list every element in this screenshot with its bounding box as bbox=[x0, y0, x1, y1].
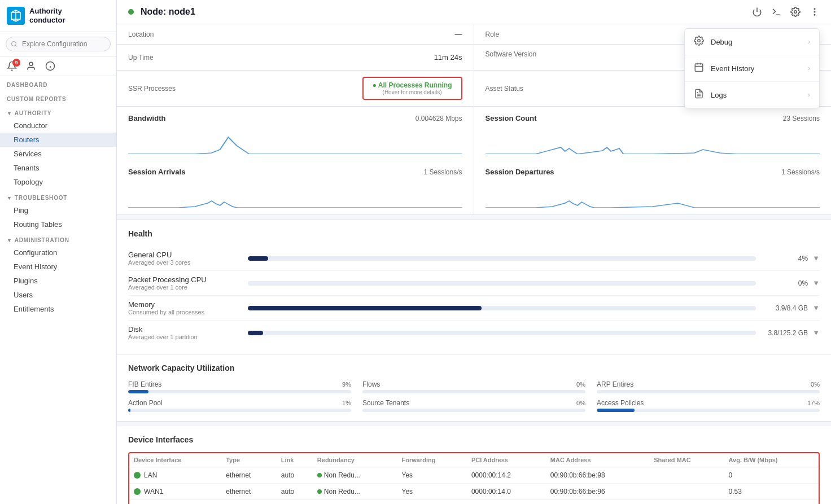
processes-label: SSR Processes bbox=[128, 85, 196, 93]
memory-expand[interactable]: ▼ bbox=[812, 304, 820, 312]
disk-expand[interactable]: ▼ bbox=[812, 328, 820, 337]
svg-point-9 bbox=[814, 11, 815, 12]
dropdown-debug[interactable]: Debug › bbox=[685, 29, 819, 55]
chart-bandwidth: Bandwidth 0.004628 Mbps bbox=[117, 107, 474, 161]
svg-point-1 bbox=[29, 62, 33, 65]
dev-lan-redundancy: Non Redu... bbox=[313, 467, 397, 484]
terminal-button[interactable] bbox=[771, 7, 781, 17]
notification-badge: 9 bbox=[12, 59, 20, 67]
bandwidth-header: Bandwidth 0.004628 Mbps bbox=[128, 114, 462, 122]
processes-cell: SSR Processes ● All Processes Running (H… bbox=[117, 71, 474, 107]
capacity-source-tenants: Source Tenants 0% bbox=[362, 399, 585, 412]
arp-bar-bg bbox=[597, 390, 820, 393]
action-pool-bar-bg bbox=[128, 409, 351, 412]
uptime-label: Up Time bbox=[128, 54, 196, 62]
location-label: Location bbox=[128, 30, 196, 38]
action-pool-pct: 1% bbox=[342, 400, 351, 406]
capacity-arp: ARP Entires 0% bbox=[597, 380, 820, 393]
notification-button[interactable]: 9 bbox=[7, 61, 17, 71]
authority-group[interactable]: ▼ AUTHORITY bbox=[0, 104, 116, 119]
packet-cpu-label: Packet Processing CPU Averaged over 1 co… bbox=[128, 275, 241, 291]
sidebar-item-event-history[interactable]: Event History bbox=[0, 260, 116, 274]
wan1-status-dot bbox=[134, 488, 141, 495]
svg-point-10 bbox=[814, 15, 815, 16]
table-row: WAN1 ethernet auto Non Redu... bbox=[129, 484, 819, 500]
sidebar-item-users[interactable]: Users bbox=[0, 288, 116, 302]
health-row-memory: Memory Consumed by all processes 3.9/8.4… bbox=[128, 296, 820, 321]
administration-group[interactable]: ▼ ADMINISTRATION bbox=[0, 231, 116, 246]
device-interfaces-highlight-box: Device Interface Type Link Redundancy Fo… bbox=[128, 452, 820, 504]
lan-status-dot bbox=[134, 472, 141, 479]
search-input[interactable] bbox=[6, 37, 111, 51]
dropdown-event-history[interactable]: Event History › bbox=[685, 55, 819, 82]
administration-caret: ▼ bbox=[7, 238, 12, 243]
more-button[interactable] bbox=[810, 7, 820, 17]
custom-reports-label: CUSTOM REPORTS bbox=[0, 90, 116, 104]
network-capacity-title: Network Capacity Utilization bbox=[128, 363, 820, 372]
troubleshoot-caret: ▼ bbox=[7, 195, 12, 201]
session-count-value: 23 Sessions bbox=[783, 115, 820, 122]
user-button[interactable] bbox=[26, 61, 36, 71]
memory-bar-container bbox=[248, 306, 756, 310]
disk-val: 3.8/125.2 GB bbox=[763, 329, 808, 337]
processes-badge: ● All Processes Running (Hover for more … bbox=[362, 77, 462, 100]
sidebar-item-conductor[interactable]: Conductor bbox=[0, 119, 116, 133]
bandwidth-title: Bandwidth bbox=[128, 114, 165, 122]
administration-group-label: ADMINISTRATION bbox=[15, 237, 69, 243]
packet-cpu-val: 0% bbox=[763, 279, 808, 287]
session-arrivals-chart bbox=[128, 179, 462, 208]
col-type: Type bbox=[221, 453, 277, 467]
sidebar-item-entitlements[interactable]: Entitlements bbox=[0, 302, 116, 316]
memory-val: 3.9/8.4 GB bbox=[763, 304, 808, 312]
dev-lan-shared-mac bbox=[649, 467, 724, 484]
col-mac: MAC Address bbox=[546, 453, 649, 467]
troubleshoot-group[interactable]: ▼ TROUBLESHOOT bbox=[0, 189, 116, 203]
software-label: Software Version bbox=[486, 50, 553, 58]
table-row: LAN ethernet auto Non Redu... bbox=[129, 467, 819, 484]
source-tenants-bar-bg bbox=[362, 409, 585, 412]
authority-group-label: AUTHORITY bbox=[15, 110, 52, 116]
sidebar-item-services[interactable]: Services bbox=[0, 147, 116, 161]
bandwidth-chart bbox=[128, 126, 462, 154]
more-dots-icon bbox=[810, 7, 820, 17]
sidebar-item-plugins[interactable]: Plugins bbox=[0, 274, 116, 288]
col-link: Link bbox=[277, 453, 313, 467]
location-value: — bbox=[455, 30, 462, 38]
chart-session-departures: Session Departures 1 Sessions/s bbox=[474, 161, 832, 214]
sidebar-item-configuration[interactable]: Configuration bbox=[0, 246, 116, 260]
flows-pct: 0% bbox=[576, 381, 585, 388]
session-arrivals-header: Session Arrivals 1 Sessions/s bbox=[128, 168, 462, 176]
sidebar-item-tenants[interactable]: Tenants bbox=[0, 161, 116, 175]
action-pool-bar bbox=[128, 409, 130, 412]
capacity-action-pool: Action Pool 1% bbox=[128, 399, 351, 412]
power-button[interactable] bbox=[752, 7, 762, 17]
dropdown-logs[interactable]: Logs › bbox=[685, 82, 819, 108]
col-device-interface: Device Interface bbox=[129, 453, 221, 467]
dev-wan1-name: WAN1 bbox=[129, 484, 221, 500]
sidebar-item-routers[interactable]: Routers bbox=[0, 133, 116, 147]
uptime-cell: Up Time 11m 24s bbox=[117, 45, 474, 71]
processes-hint: (Hover for more details) bbox=[373, 89, 452, 95]
logs-icon bbox=[694, 89, 704, 101]
dev-lan-name: LAN bbox=[129, 467, 221, 484]
info-button[interactable] bbox=[45, 61, 55, 71]
packet-cpu-expand[interactable]: ▼ bbox=[812, 279, 820, 287]
health-section: Health General CPU Averaged over 3 cores… bbox=[117, 220, 831, 354]
sidebar-item-topology[interactable]: Topology bbox=[0, 175, 116, 189]
col-shared-mac: Shared MAC bbox=[649, 453, 724, 467]
dropdown-logs-label: Logs bbox=[711, 91, 801, 99]
dropdown-logs-chevron: › bbox=[808, 91, 810, 99]
memory-label: Memory Consumed by all processes bbox=[128, 300, 241, 315]
dropdown-debug-label: Debug bbox=[711, 38, 801, 46]
session-count-header: Session Count 23 Sessions bbox=[486, 114, 820, 122]
session-departures-value: 1 Sessions/s bbox=[781, 168, 820, 176]
sidebar: Authority conductor 9 D bbox=[0, 0, 117, 504]
node-status-indicator bbox=[128, 9, 134, 15]
sidebar-item-routing-tables[interactable]: Routing Tables bbox=[0, 217, 116, 231]
general-cpu-label: General CPU Averaged over 3 cores bbox=[128, 251, 241, 266]
sidebar-item-ping[interactable]: Ping bbox=[0, 203, 116, 217]
col-redundancy: Redundancy bbox=[313, 453, 397, 467]
general-cpu-expand[interactable]: ▼ bbox=[812, 254, 820, 262]
settings-button[interactable] bbox=[790, 7, 801, 17]
network-capacity-section: Network Capacity Utilization FIB Entires… bbox=[117, 354, 831, 422]
